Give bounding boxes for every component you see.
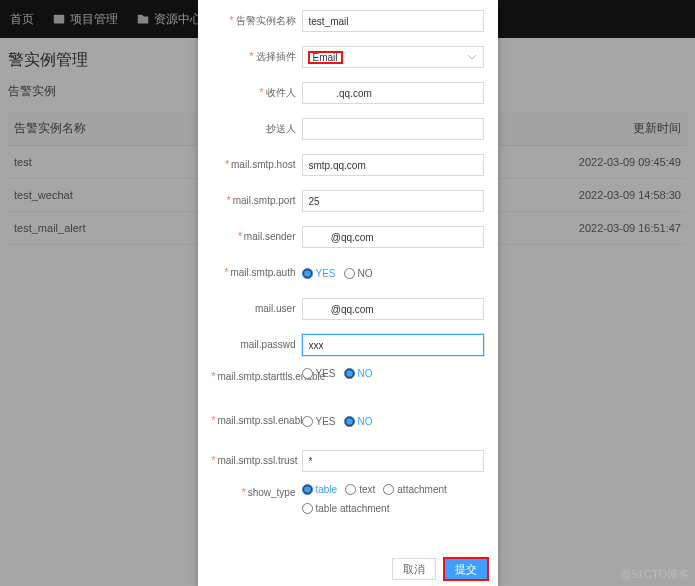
starttls-no-radio[interactable]: NO [344, 368, 373, 379]
showtype-text-radio[interactable]: text [345, 484, 375, 495]
cancel-button[interactable]: 取消 [392, 558, 436, 580]
auth-no-radio[interactable]: NO [344, 268, 373, 279]
auth-label: mail.smtp.auth [230, 267, 295, 278]
plugin-label: 选择插件 [256, 51, 296, 62]
passwd-input[interactable] [302, 334, 484, 356]
host-input[interactable] [302, 154, 484, 176]
alert-instance-modal: *告警实例名称 *选择插件 Email *收件人 抄送人 *mail.smtp.… [198, 0, 498, 586]
host-label: mail.smtp.host [231, 159, 295, 170]
recipient-label: 收件人 [266, 87, 296, 98]
user-label: mail.user [255, 303, 296, 314]
auth-yes-radio[interactable]: YES [302, 268, 336, 279]
cc-input[interactable] [302, 118, 484, 140]
passwd-label: mail.passwd [240, 339, 295, 350]
sender-input[interactable] [302, 226, 484, 248]
user-input[interactable] [302, 298, 484, 320]
submit-button[interactable]: 提交 [444, 558, 488, 580]
name-input[interactable] [302, 10, 484, 32]
sslenable-yes-radio[interactable]: YES [302, 416, 336, 427]
ssltrust-label: mail.smtp.ssl.trust [217, 455, 297, 466]
showtype-tableattach-radio[interactable]: table attachment [302, 503, 484, 514]
chevron-down-icon [467, 52, 477, 62]
plugin-select[interactable]: Email [302, 46, 484, 68]
name-label: 告警实例名称 [236, 15, 296, 26]
port-input[interactable] [302, 190, 484, 212]
port-label: mail.smtp.port [233, 195, 296, 206]
showtype-label: show_type [248, 487, 296, 498]
sender-label: mail.sender [244, 231, 296, 242]
showtype-table-radio[interactable]: table [302, 484, 338, 495]
sslenable-label: mail.smtp.ssl.enable [217, 415, 308, 426]
recipient-input[interactable] [302, 82, 484, 104]
showtype-attachment-radio[interactable]: attachment [383, 484, 446, 495]
sslenable-no-radio[interactable]: NO [344, 416, 373, 427]
cc-label: 抄送人 [266, 123, 296, 134]
ssltrust-input[interactable] [302, 450, 484, 472]
starttls-yes-radio[interactable]: YES [302, 368, 336, 379]
watermark: @51CTO博客 [621, 567, 689, 582]
